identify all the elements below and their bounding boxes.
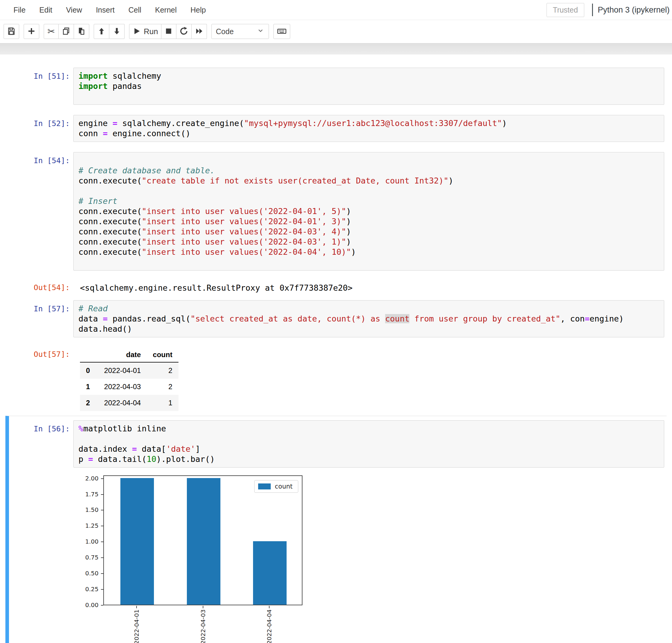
code-token: ) (351, 247, 356, 256)
selected-cell[interactable]: In [56]:%matplotlib inline data.index = … (5, 416, 667, 643)
code-token: conn.execute( (79, 227, 142, 236)
code-line (79, 91, 659, 101)
dataframe-col-header: count (147, 348, 178, 362)
menu-kernel[interactable]: Kernel (148, 3, 183, 17)
copy-button[interactable] (59, 24, 74, 39)
chart-legend: count (254, 480, 298, 493)
move-down-button[interactable] (109, 24, 124, 39)
code-token: # Insert (79, 196, 117, 206)
code-line: conn.execute("insert into user values('2… (79, 206, 659, 216)
keyboard-icon (277, 27, 287, 37)
code-line: data = pandas.read_sql("select created_a… (79, 314, 659, 324)
dataframe-cell: 2 (147, 379, 178, 395)
y-tick-mark (101, 510, 103, 510)
code-token: ) (346, 217, 351, 226)
code-token: % (79, 424, 83, 433)
dataframe-cell: 2022-04-01 (96, 362, 147, 379)
code-input-area[interactable]: # Create database and table.conn.execute… (73, 152, 664, 271)
y-tick-mark (101, 526, 103, 526)
menu-cell[interactable]: Cell (122, 3, 148, 17)
cut-button[interactable]: ✂ (44, 24, 59, 39)
y-tick-label: 0.75 (74, 554, 98, 561)
code-token: "mysql+pymysql://user1:abc123@localhost:… (244, 119, 502, 128)
dataframe-col-header: date (96, 348, 147, 362)
code-token: = (88, 454, 93, 464)
trusted-button[interactable]: Trusted (547, 3, 584, 17)
code-input-area[interactable]: %matplotlib inline data.index = data['da… (73, 420, 664, 468)
bar-chart-figure: count0.000.250.500.751.001.251.501.752.0… (72, 472, 317, 643)
code-token: data.tail( (93, 454, 147, 464)
input-prompt: In [51]: (0, 68, 73, 105)
toolbar-group: Run (129, 24, 207, 39)
code-input-area[interactable]: engine = sqlalchemy.create_engine("mysql… (73, 115, 664, 142)
code-line: conn.execute("insert into user values('2… (79, 247, 659, 257)
cell-type-value: Code (216, 27, 234, 36)
code-token: = (103, 129, 108, 138)
menu-edit[interactable]: Edit (32, 3, 59, 17)
code-token: = (132, 444, 137, 453)
save-button[interactable] (3, 24, 19, 39)
kernel-name: Python 3 (ipykernel) (598, 5, 670, 15)
y-tick-label: 1.25 (74, 522, 98, 529)
dataframe-cell: 2022-04-03 (96, 379, 147, 395)
run-button[interactable]: Run (129, 24, 161, 39)
fast-forward-icon (195, 27, 204, 37)
dataframe-cell: 2 (147, 362, 178, 379)
y-tick-label: 1.00 (74, 538, 98, 545)
input-prompt: In [54]: (0, 152, 73, 271)
keyboard-button[interactable] (273, 24, 290, 39)
y-tick-label: 1.50 (74, 506, 98, 513)
code-token: conn.execute( (79, 207, 142, 216)
code-line: data.index = data['date'] (79, 444, 659, 454)
dataframe-cell: 2022-04-04 (96, 395, 147, 411)
toolbar-group (273, 24, 290, 39)
y-tick-mark (101, 605, 103, 606)
menu-view[interactable]: View (59, 3, 89, 17)
kernel-divider (592, 3, 593, 16)
run-icon (132, 27, 141, 36)
x-tick-mark (203, 606, 203, 608)
code-token: ).plot.bar() (156, 454, 215, 464)
jupyter-notebook-window: FileEditViewInsertCellKernelHelp Trusted… (0, 0, 672, 643)
code-token: pandas.read_sql( (108, 314, 191, 323)
add-cell-button[interactable] (24, 24, 39, 39)
dataframe-body: 02022-04-01212022-04-03222022-04-041 (80, 362, 179, 411)
move-up-button[interactable] (94, 24, 109, 39)
menu-bar: FileEditViewInsertCellKernelHelp Trusted… (0, 0, 672, 20)
y-tick-mark (101, 494, 103, 495)
code-token: "insert into user values('2022-04-03', 1… (142, 237, 346, 246)
code-token: import (79, 71, 108, 81)
menu-insert[interactable]: Insert (89, 3, 122, 17)
code-line (79, 186, 659, 196)
table-row: 12022-04-032 (80, 379, 179, 395)
menu-help[interactable]: Help (183, 3, 213, 17)
dataframe-row-index: 2 (80, 395, 96, 411)
code-token: 10 (147, 454, 157, 464)
code-line: import pandas (79, 81, 659, 91)
restart-icon (179, 27, 188, 37)
stop-button[interactable] (161, 24, 176, 39)
x-tick-mark (269, 606, 269, 608)
x-tick-mark (136, 606, 137, 608)
code-line: # Insert (79, 196, 659, 206)
menu-file[interactable]: File (7, 3, 32, 17)
fast-forward-button[interactable] (192, 24, 207, 39)
code-token: conn.execute( (79, 237, 142, 246)
dataframe-header: datecount (80, 348, 179, 362)
code-input-area[interactable]: import sqlalchemyimport pandas (73, 68, 664, 105)
paste-button[interactable] (74, 24, 89, 39)
code-line: # Read (79, 304, 659, 314)
save-icon (7, 27, 16, 37)
legend-label: count (275, 483, 292, 490)
restart-button[interactable] (176, 24, 192, 39)
code-token: "select created_at as date, count(*) as (191, 314, 385, 323)
bar-2022-04-01 (120, 478, 154, 605)
code-token: conn.execute( (79, 247, 142, 256)
code-token: count (385, 314, 409, 323)
paste-icon (77, 27, 86, 37)
chart-plot-area: count (103, 475, 302, 605)
cell-type-select[interactable]: Code (212, 24, 269, 39)
x-tick-label: 2022-04-03 (200, 609, 207, 643)
y-tick-mark (101, 573, 103, 574)
code-input-area[interactable]: # Readdata = pandas.read_sql("select cre… (73, 300, 664, 337)
